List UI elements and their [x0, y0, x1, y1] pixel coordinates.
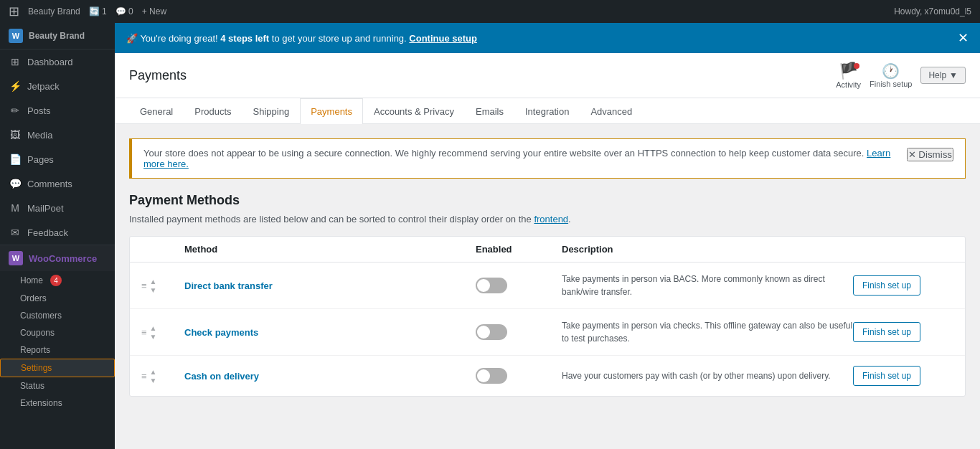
banner-close-button[interactable]: ✕	[958, 30, 969, 46]
tab-emails[interactable]: Emails	[465, 98, 514, 124]
content-area: Payments 🏴 Activity 🕐 Finish setup Help …	[115, 53, 980, 449]
tab-accounts-privacy[interactable]: Accounts & Privacy	[363, 98, 465, 124]
howdy-text: Howdy, x7omu0d_l5	[894, 6, 971, 16]
sidebar-item-status[interactable]: Status	[0, 377, 115, 394]
frontend-link[interactable]: frontend	[534, 214, 568, 225]
method-name-direct-bank[interactable]: Direct bank transfer	[184, 280, 476, 291]
sidebar-item-reports[interactable]: Reports	[0, 341, 115, 359]
toggle-switch[interactable]	[476, 324, 507, 340]
sidebar-item-orders[interactable]: Orders	[0, 290, 115, 307]
tab-products[interactable]: Products	[184, 98, 242, 124]
reports-label: Reports	[20, 345, 50, 355]
banner-text: 🚀 You're doing great! 4 steps left to ge…	[126, 33, 477, 44]
method-name-cash[interactable]: Cash on delivery	[184, 371, 476, 382]
sidebar-item-coupons[interactable]: Coupons	[0, 324, 115, 341]
sidebar-menu: ⊞ Dashboard ⚡ Jetpack ✏ Posts 🖼 Media 📄 …	[0, 49, 115, 449]
drag-handle-direct-bank[interactable]: ≡ ▲ ▼	[141, 278, 184, 294]
toggle-check[interactable]	[476, 324, 562, 340]
sidebar-item-mailpoet[interactable]: M MailPoet	[0, 196, 115, 220]
sidebar-item-jetpack[interactable]: ⚡ Jetpack	[0, 74, 115, 98]
table-row: ≡ ▲ ▼ Check payments Take payments in pe…	[130, 309, 965, 356]
sidebar-item-comments[interactable]: 💬 Comments	[0, 171, 115, 196]
page-title: Payments	[129, 68, 187, 83]
help-button[interactable]: Help ▼	[920, 67, 966, 84]
finish-setup-cash-button[interactable]: Finish set up	[853, 366, 920, 386]
description-cash: Have your customers pay with cash (or by…	[562, 369, 853, 382]
arrow-up-icon[interactable]: ▲	[150, 324, 157, 332]
posts-icon: ✏	[9, 104, 22, 117]
sidebar-item-extensions[interactable]: Extensions	[0, 394, 115, 412]
banner-steps: 4 steps left	[220, 33, 269, 44]
help-chevron-icon: ▼	[949, 70, 958, 80]
sidebar: W Beauty Brand ⊞ Dashboard ⚡ Jetpack ✏ P…	[0, 23, 115, 449]
sidebar-label-jetpack: Jetpack	[27, 81, 60, 92]
action-direct-bank: Finish set up	[853, 275, 953, 296]
sidebar-item-posts[interactable]: ✏ Posts	[0, 98, 115, 123]
sidebar-item-media[interactable]: 🖼 Media	[0, 123, 115, 147]
extensions-label: Extensions	[20, 398, 62, 408]
learn-more-link[interactable]: Learn more here.	[143, 148, 890, 169]
tab-advanced[interactable]: Advanced	[580, 98, 643, 124]
home-label: Home	[20, 275, 43, 285]
sidebar-item-home[interactable]: Home 4	[0, 271, 115, 290]
comments-icon[interactable]: 💬 0	[116, 6, 133, 16]
woocommerce-header[interactable]: W WooCommerce	[0, 245, 115, 271]
new-button[interactable]: + New	[142, 6, 166, 16]
arrow-down-icon[interactable]: ▼	[150, 286, 157, 294]
sidebar-item-pages[interactable]: 📄 Pages	[0, 147, 115, 171]
toggle-switch[interactable]	[476, 368, 507, 384]
finish-setup-button[interactable]: 🕐 Finish setup	[870, 62, 912, 88]
toggle-cash[interactable]	[476, 368, 562, 384]
drag-icon: ≡	[141, 327, 147, 338]
arrow-up-icon[interactable]: ▲	[150, 278, 157, 285]
header-drag	[141, 244, 184, 255]
setup-banner: 🚀 You're doing great! 4 steps left to ge…	[115, 23, 980, 53]
tab-payments[interactable]: Payments	[300, 98, 363, 124]
sidebar-item-settings[interactable]: Settings	[0, 359, 115, 377]
tab-shipping[interactable]: Shipping	[242, 98, 301, 124]
feedback-icon: ✉	[9, 226, 22, 239]
sidebar-item-dashboard[interactable]: ⊞ Dashboard	[0, 49, 115, 74]
status-label: Status	[20, 381, 44, 391]
sidebar-item-feedback[interactable]: ✉ Feedback	[0, 220, 115, 245]
page-header-actions: 🏴 Activity 🕐 Finish setup Help ▼	[836, 62, 966, 89]
toggle-direct-bank[interactable]	[476, 278, 562, 293]
dismiss-button[interactable]: ✕ Dismiss	[907, 148, 953, 161]
finish-setup-label: Finish setup	[870, 80, 912, 88]
banner-continue-link[interactable]: Continue setup	[409, 33, 477, 44]
page-content: ✕ Dismiss Your store does not appear to …	[115, 124, 980, 411]
arrow-up-icon[interactable]: ▲	[150, 368, 157, 376]
payment-methods-desc: Installed payment methods are listed bel…	[129, 214, 966, 225]
table-row: ≡ ▲ ▼ Direct bank transfer Take payments…	[130, 263, 965, 309]
activity-label: Activity	[836, 80, 861, 89]
finish-setup-check-button[interactable]: Finish set up	[853, 322, 920, 342]
description-check: Take payments in person via checks. This…	[562, 319, 853, 345]
method-name-check[interactable]: Check payments	[184, 327, 476, 338]
drag-handle-cash[interactable]: ≡ ▲ ▼	[141, 368, 184, 384]
activity-dot	[854, 63, 859, 69]
sidebar-item-customers[interactable]: Customers	[0, 307, 115, 324]
payment-methods-title: Payment Methods	[129, 193, 966, 208]
sidebar-logo: W Beauty Brand	[0, 23, 115, 49]
updates-icon[interactable]: 🔄 1	[89, 6, 107, 16]
jetpack-icon: ⚡	[9, 80, 22, 93]
sidebar-label-comments: Comments	[27, 179, 72, 189]
alert-text: Your store does not appear to be using a…	[143, 148, 890, 169]
woocommerce-label: WooCommerce	[29, 253, 97, 264]
arrow-down-icon[interactable]: ▼	[150, 377, 157, 384]
activity-button[interactable]: 🏴 Activity	[836, 62, 861, 89]
drag-handle-check[interactable]: ≡ ▲ ▼	[141, 324, 184, 341]
toggle-switch[interactable]	[476, 278, 507, 293]
drag-icon: ≡	[141, 280, 147, 291]
tab-general[interactable]: General	[129, 98, 184, 124]
arrow-down-icon[interactable]: ▼	[150, 333, 157, 341]
site-name[interactable]: Beauty Brand	[28, 6, 80, 16]
finish-setup-direct-bank-button[interactable]: Finish set up	[853, 275, 920, 296]
help-label: Help	[928, 70, 946, 80]
orders-label: Orders	[20, 293, 47, 303]
sidebar-label-posts: Posts	[27, 105, 51, 116]
wp-icon: W	[9, 29, 23, 43]
tab-integration[interactable]: Integration	[514, 98, 580, 124]
admin-bar: ⊞ Beauty Brand 🔄 1 💬 0 + New Howdy, x7om…	[0, 0, 980, 23]
sidebar-label-media: Media	[27, 130, 52, 141]
